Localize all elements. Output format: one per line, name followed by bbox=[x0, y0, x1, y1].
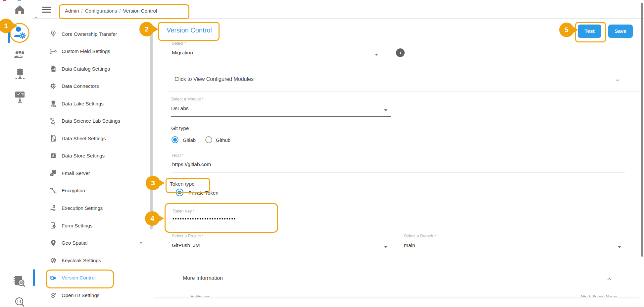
sidebar-item-label: Data Science Lab Settings bbox=[62, 118, 120, 124]
github-radio[interactable] bbox=[205, 136, 212, 143]
sidebar-item-email-server[interactable]: Email Server bbox=[31, 164, 150, 182]
page-title: Version Control bbox=[167, 27, 212, 34]
select-underline bbox=[172, 63, 381, 63]
branch-dropdown-caret-icon[interactable] bbox=[618, 246, 621, 248]
sidebar-item-label: Core Ownership Transfer bbox=[62, 31, 117, 37]
private-token-radio-label[interactable]: Private Token bbox=[188, 190, 219, 196]
annotation-badge-3: 3 bbox=[146, 176, 160, 190]
search-data-icon[interactable] bbox=[14, 296, 26, 307]
sidebar-item-data-lake-settings[interactable]: Data Lake Settings bbox=[31, 95, 150, 112]
data-science-lab-settings-icon bbox=[49, 117, 58, 125]
training-board-icon[interactable] bbox=[14, 90, 26, 103]
project-value[interactable]: GitPush_JM bbox=[172, 242, 200, 248]
info-icon[interactable]: i bbox=[396, 48, 405, 57]
user-groups-icon[interactable] bbox=[14, 49, 26, 59]
sidebar-item-label: Data Lake Settings bbox=[62, 101, 104, 106]
header-divider bbox=[31, 18, 644, 19]
private-token-radio[interactable] bbox=[176, 189, 183, 196]
bottom-divider bbox=[154, 297, 640, 297]
sidebar-item-keycloak-settings[interactable]: Keycloak Settings bbox=[31, 252, 150, 269]
sidebar-active-indicator bbox=[33, 269, 35, 286]
geo-spatial-expand-caret-icon[interactable] bbox=[139, 242, 143, 244]
configured-modules-toggle[interactable]: Click to View Configured Modules bbox=[174, 76, 254, 82]
host-underline bbox=[172, 172, 625, 172]
sidebar-item-custom-field-settings[interactable]: Custom Field Settings bbox=[31, 43, 150, 60]
hamburger-menu-icon[interactable] bbox=[42, 7, 51, 13]
annotation-badge-2: 2 bbox=[139, 22, 154, 36]
breadcrumb-version-control[interactable]: Version Control bbox=[123, 8, 157, 14]
sidebar-item-execution-settings[interactable]: Execution Settings bbox=[31, 200, 150, 217]
annotation-badge-1: 1 bbox=[0, 19, 13, 33]
branch-value[interactable]: main bbox=[404, 242, 415, 248]
breadcrumb-configurations[interactable]: Configurations bbox=[85, 8, 117, 14]
test-button[interactable]: Test bbox=[578, 25, 601, 38]
sidebar-item-open-id-settings[interactable]: Open ID Settings bbox=[31, 286, 150, 304]
sidebar-item-label: Version Control bbox=[62, 275, 96, 280]
top-edge-fragment-red bbox=[3, 0, 6, 1]
module-label: Select a Module * bbox=[171, 97, 204, 101]
more-information-toggle[interactable]: More Information bbox=[183, 275, 223, 281]
select-label: Select * bbox=[172, 41, 186, 46]
sidebar-item-data-science-lab-settings[interactable]: Data Science Lab Settings bbox=[31, 112, 150, 130]
breadcrumb-admin[interactable]: Admin bbox=[65, 8, 79, 14]
gitlab-radio[interactable] bbox=[172, 136, 178, 143]
sidebar-item-label: Data Store Settings bbox=[62, 153, 105, 158]
data-sheet-settings-icon bbox=[49, 134, 58, 143]
sidebar-item-data-connectors[interactable]: Data Connectors bbox=[31, 78, 150, 95]
sidebar-item-version-control[interactable]: Version Control bbox=[31, 269, 150, 286]
sidebar-item-label: Data Sheet Settings bbox=[62, 136, 106, 141]
project-underline bbox=[172, 254, 391, 254]
sidebar-item-label: Form Settings bbox=[62, 223, 92, 228]
open-id-settings-icon bbox=[49, 291, 58, 299]
sidebar-item-label: Custom Field Settings bbox=[62, 48, 110, 54]
home-icon[interactable] bbox=[14, 5, 25, 15]
module-underline bbox=[171, 116, 391, 117]
sidebar-item-core-ownership-transfer[interactable]: Core Ownership Transfer bbox=[31, 25, 150, 42]
project-dropdown-caret-icon[interactable] bbox=[384, 246, 387, 248]
sidebar-item-encryption[interactable]: Encryption bbox=[31, 182, 150, 199]
encryption-icon bbox=[49, 186, 58, 195]
module-value[interactable]: DsLabs bbox=[171, 105, 189, 111]
section-divider bbox=[167, 91, 640, 92]
sidebar-item-label: Data Catalog Settings bbox=[62, 66, 110, 72]
sidebar-item-data-catalog-settings[interactable]: LogData Catalog Settings bbox=[31, 60, 150, 77]
sidebar-scrollbar[interactable] bbox=[150, 25, 153, 229]
token-key-input-masked[interactable]: •••••••••••••••••••••••••• bbox=[173, 216, 236, 221]
version-control-settings-page: Core Ownership TransferCustom Field Sett… bbox=[0, 0, 644, 307]
execution-settings-icon bbox=[49, 204, 58, 213]
custom-field-settings-icon bbox=[49, 47, 58, 56]
annotation-badge-4: 4 bbox=[145, 211, 160, 226]
svg-text:Log: Log bbox=[52, 68, 54, 70]
github-radio-label[interactable]: Github bbox=[216, 137, 230, 143]
token-key-underline bbox=[172, 230, 625, 230]
host-label: Host * bbox=[172, 153, 183, 158]
annotation-badge-5: 5 bbox=[559, 23, 574, 37]
sidebar-item-label: Keycloak Settings bbox=[62, 258, 101, 263]
module-dropdown-caret-icon[interactable] bbox=[384, 109, 387, 111]
save-button[interactable]: Save bbox=[608, 25, 633, 38]
sidebar-item-form-settings[interactable]: Form Settings bbox=[31, 217, 150, 234]
sidebar-item-label: Email Server bbox=[62, 170, 90, 176]
host-input-value[interactable]: https://gitlab.com bbox=[172, 161, 211, 167]
branch-underline bbox=[403, 254, 622, 254]
more-info-chevron-up-icon[interactable] bbox=[607, 276, 612, 282]
geo-spatial-icon bbox=[49, 239, 58, 247]
sidebar-item-data-sheet-settings[interactable]: Data Sheet Settings bbox=[31, 130, 150, 147]
audit-log-search-icon[interactable] bbox=[12, 275, 26, 288]
sidebar-item-label: Geo Spatial bbox=[62, 240, 87, 246]
modules-chevron-down-icon[interactable] bbox=[615, 78, 620, 83]
top-edge-fragment-blue bbox=[18, 0, 21, 1]
settings-sidebar: Core Ownership TransferCustom Field Sett… bbox=[31, 19, 150, 307]
gitlab-radio-label[interactable]: Gitlab bbox=[183, 137, 196, 143]
keycloak-settings-icon bbox=[49, 256, 58, 265]
select-value[interactable]: Migration bbox=[172, 50, 193, 56]
form-settings-icon bbox=[49, 221, 58, 230]
data-sources-icon[interactable] bbox=[14, 67, 26, 81]
sidebar-item-data-store-settings[interactable]: Data Store Settings bbox=[31, 147, 150, 164]
core-ownership-transfer-icon bbox=[49, 30, 58, 38]
sidebar-item-geo-spatial[interactable]: Geo Spatial bbox=[31, 234, 150, 252]
data-store-settings-icon bbox=[49, 152, 58, 160]
main-scrollbar[interactable] bbox=[641, 3, 643, 257]
select-dropdown-caret-icon[interactable] bbox=[375, 54, 378, 56]
breadcrumb[interactable]: Admin/Configurations/Version Control bbox=[65, 8, 157, 14]
